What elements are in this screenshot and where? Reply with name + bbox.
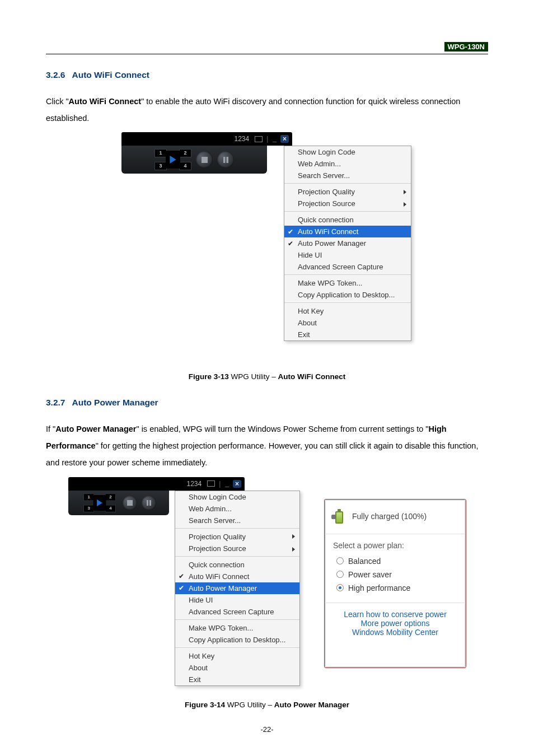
svg-rect-3 bbox=[226, 157, 228, 163]
titlebar-icon bbox=[255, 136, 263, 142]
section-327-title: Auto Power Manager bbox=[72, 398, 158, 407]
menu-advanced-screen-capture[interactable]: Advanced Screen Capture bbox=[175, 606, 299, 620]
play-button[interactable] bbox=[166, 151, 180, 169]
quadrant-4[interactable]: 4 bbox=[179, 162, 191, 170]
radio-icon bbox=[336, 557, 344, 564]
projection-controller: 1 2 3 4 bbox=[121, 146, 267, 174]
check-icon: ✔ bbox=[288, 228, 293, 236]
power-plan-label: Select a power plan: bbox=[333, 541, 457, 550]
section-326-number: 3.2.6 bbox=[46, 70, 65, 80]
menu-quick-connection[interactable]: Quick connection bbox=[284, 214, 411, 226]
power-plan-balanced[interactable]: Balanced bbox=[333, 554, 457, 568]
app-titlebar: 1234 | _ × bbox=[68, 477, 245, 491]
menu-auto-wifi-connect[interactable]: ✔Auto WiFi Connect bbox=[284, 226, 411, 237]
menu-auto-power-manager[interactable]: ✔Auto Power Manager bbox=[284, 237, 411, 249]
section-326-title: Auto WiFi Connect bbox=[72, 70, 149, 80]
menu-projection-source[interactable]: Projection Source bbox=[284, 198, 411, 212]
app-titlebar: 1234 | _ × bbox=[121, 132, 292, 146]
menu-about[interactable]: About bbox=[284, 317, 411, 329]
titlebar-login-code: 1234 bbox=[186, 480, 202, 488]
figure-3-14-caption: Figure 3-14 WPG Utility – Auto Power Man… bbox=[46, 701, 488, 709]
figure-3-14: 1234 | _ × 1 2 3 4 bbox=[68, 477, 466, 684]
quadrant-2[interactable]: 2 bbox=[105, 493, 116, 501]
figure-3-13-caption: Figure 3-13 WPG Utility – Auto WiFi Conn… bbox=[46, 372, 488, 381]
minimize-button[interactable]: _ bbox=[273, 135, 277, 143]
quadrant-2[interactable]: 2 bbox=[179, 149, 191, 157]
menu-hide-ui[interactable]: Hide UI bbox=[284, 249, 411, 261]
menu-copy-to-desktop[interactable]: Copy Application to Desktop... bbox=[175, 634, 299, 648]
mobility-center-link[interactable]: Windows Mobility Center bbox=[333, 628, 457, 637]
pause-button[interactable] bbox=[142, 496, 156, 510]
quadrant-1[interactable]: 1 bbox=[83, 493, 94, 501]
radio-icon bbox=[336, 571, 344, 578]
stop-button[interactable] bbox=[123, 496, 137, 510]
quadrant-4[interactable]: 4 bbox=[105, 505, 116, 512]
learn-conserve-link[interactable]: Learn how to conserve power bbox=[333, 610, 457, 619]
menu-search-server[interactable]: Search Server... bbox=[284, 170, 411, 184]
menu-hide-ui[interactable]: Hide UI bbox=[175, 594, 299, 606]
check-icon: ✔ bbox=[179, 584, 184, 592]
submenu-arrow-icon bbox=[404, 202, 406, 207]
menu-projection-quality[interactable]: Projection Quality bbox=[175, 531, 299, 543]
quadrant-1[interactable]: 1 bbox=[154, 149, 167, 157]
titlebar-icon bbox=[207, 480, 215, 487]
menu-hot-key[interactable]: Hot Key bbox=[284, 305, 411, 317]
context-menu: Show Login Code Web Admin... Search Serv… bbox=[284, 146, 411, 341]
check-icon: ✔ bbox=[179, 572, 184, 580]
minimize-button[interactable]: _ bbox=[225, 480, 229, 488]
menu-advanced-screen-capture[interactable]: Advanced Screen Capture bbox=[284, 261, 411, 275]
svg-rect-5 bbox=[127, 500, 133, 506]
power-plan-saver[interactable]: Power saver bbox=[333, 568, 457, 581]
menu-copy-to-desktop[interactable]: Copy Application to Desktop... bbox=[284, 289, 411, 303]
svg-rect-1 bbox=[202, 157, 208, 163]
menu-hot-key[interactable]: Hot Key bbox=[175, 650, 299, 662]
play-button[interactable] bbox=[93, 495, 106, 511]
section-327-paragraph: If "Auto Power Manager" is enabled, WPG … bbox=[46, 421, 488, 471]
menu-quick-connection[interactable]: Quick connection bbox=[175, 559, 299, 571]
menu-exit[interactable]: Exit bbox=[284, 329, 411, 340]
menu-projection-source[interactable]: Projection Source bbox=[175, 543, 299, 557]
page-number: -22- bbox=[0, 725, 534, 734]
header-rule bbox=[46, 54, 488, 54]
menu-auto-power-manager[interactable]: ✔Auto Power Manager bbox=[175, 582, 299, 594]
menu-show-login-code[interactable]: Show Login Code bbox=[284, 146, 411, 158]
stop-button[interactable] bbox=[196, 151, 213, 168]
svg-marker-0 bbox=[170, 156, 176, 164]
check-icon: ✔ bbox=[288, 240, 293, 248]
submenu-arrow-icon bbox=[404, 190, 406, 194]
product-badge: WPG-130N bbox=[444, 42, 488, 52]
more-power-options-link[interactable]: More power options bbox=[333, 619, 457, 628]
quadrant-selector[interactable]: 1 2 3 4 bbox=[83, 493, 116, 512]
quadrant-selector[interactable]: 1 2 3 4 bbox=[154, 149, 191, 170]
menu-projection-quality[interactable]: Projection Quality bbox=[284, 186, 411, 198]
svg-rect-6 bbox=[147, 500, 148, 506]
section-327-number: 3.2.7 bbox=[46, 398, 65, 407]
menu-auto-wifi-connect[interactable]: ✔Auto WiFi Connect bbox=[175, 571, 299, 582]
quadrant-3[interactable]: 3 bbox=[83, 505, 94, 512]
svg-rect-2 bbox=[223, 157, 226, 163]
menu-web-admin[interactable]: Web Admin... bbox=[284, 158, 411, 170]
quadrant-3[interactable]: 3 bbox=[154, 162, 167, 170]
menu-web-admin[interactable]: Web Admin... bbox=[175, 503, 299, 515]
pause-button[interactable] bbox=[217, 151, 234, 168]
menu-make-wpg-token[interactable]: Make WPG Token... bbox=[175, 622, 299, 634]
battery-icon bbox=[333, 508, 346, 525]
menu-show-login-code[interactable]: Show Login Code bbox=[175, 491, 299, 503]
menu-search-server[interactable]: Search Server... bbox=[175, 515, 299, 529]
context-menu: Show Login Code Web Admin... Search Serv… bbox=[175, 491, 300, 686]
close-button[interactable]: × bbox=[233, 480, 241, 488]
titlebar-login-code: 1234 bbox=[234, 135, 249, 143]
section-326-heading: 3.2.6Auto WiFi Connect bbox=[46, 70, 488, 80]
menu-about[interactable]: About bbox=[175, 662, 299, 674]
close-button[interactable]: × bbox=[280, 135, 289, 143]
svg-marker-4 bbox=[97, 499, 102, 506]
section-327-heading: 3.2.7Auto Power Manager bbox=[46, 398, 488, 408]
battery-status-text: Fully charged (100%) bbox=[352, 512, 427, 521]
svg-rect-7 bbox=[149, 500, 151, 506]
submenu-arrow-icon bbox=[292, 534, 295, 539]
menu-exit[interactable]: Exit bbox=[175, 674, 299, 685]
figure-3-13: 1234 | _ × 1 2 3 4 bbox=[121, 132, 413, 356]
section-326-paragraph: Click "Auto WiFi Connect" to enable the … bbox=[46, 94, 488, 127]
menu-make-wpg-token[interactable]: Make WPG Token... bbox=[284, 277, 411, 289]
power-plan-high-performance[interactable]: High performance bbox=[333, 581, 457, 595]
